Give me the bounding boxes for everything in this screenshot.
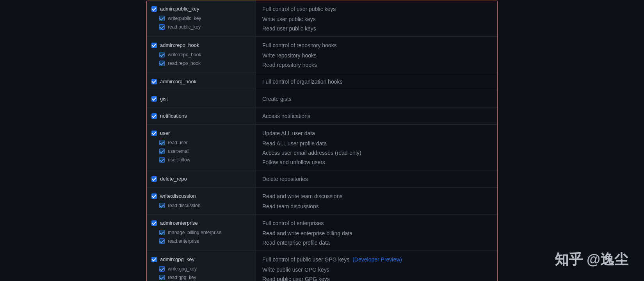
permission-left-col: userread:useruser:emailuser:follow (147, 125, 256, 170)
permission-right-col: Delete repositories (256, 170, 497, 187)
scope-main-item: admin:enterprise (151, 218, 251, 228)
scope-main-item: admin:gpg_key (151, 254, 251, 265)
scope-checkbox[interactable] (151, 220, 157, 226)
permission-sub-desc: Write user public keys (262, 14, 336, 24)
scope-sub-checkbox[interactable] (159, 157, 165, 163)
permission-right-col: Full control of enterprisesRead and writ… (256, 215, 497, 251)
permission-left-col: admin:public_keywrite:public_keyread:pub… (147, 0, 256, 36)
permission-sub-desc: Read repository hooks (262, 60, 337, 70)
scope-sub-item: read:user (151, 138, 251, 147)
permission-left-col: admin:org_hook (147, 73, 256, 90)
scope-sub-name-label: read:gpg_key (168, 275, 196, 280)
permission-sub-desc: Write public user GPG keys (262, 265, 402, 274)
permission-sub-desc: Read enterprise profile data (262, 238, 352, 247)
scope-name-label: admin:enterprise (160, 220, 198, 226)
permission-descriptions: Full control of public user GPG keys (De… (262, 254, 402, 281)
scope-checkbox[interactable] (151, 176, 157, 182)
permission-left-col: admin:repo_hookwrite:repo_hookread:repo_… (147, 37, 256, 73)
permission-row: admin:enterprisemanage_billing:enterpris… (147, 215, 497, 251)
scope-sub-name-label: write:gpg_key (168, 266, 197, 272)
permission-sub-desc: Follow and unfollow users (262, 158, 361, 167)
permission-main-desc: Full control of public user GPG keys (De… (262, 254, 402, 265)
scope-checkbox[interactable] (151, 113, 157, 119)
scope-name-label: write:discussion (160, 193, 196, 199)
scope-main-item: admin:org_hook (151, 76, 251, 87)
permission-descriptions: Full control of enterprisesRead and writ… (262, 218, 352, 247)
scope-sub-name-label: user:follow (168, 157, 190, 163)
scope-sub-item: manage_billing:enterprise (151, 228, 251, 237)
permission-sub-desc: Read team discussions (262, 202, 342, 211)
scope-main-item: notifications (151, 111, 251, 121)
permissions-table: admin:public_keywrite:public_keyread:pub… (146, 0, 498, 281)
scope-name-label: delete_repo (160, 176, 187, 182)
scope-sub-checkbox[interactable] (159, 140, 165, 145)
permission-descriptions: Read and write team discussionsRead team… (262, 191, 342, 211)
scope-sub-name-label: write:public_key (168, 16, 201, 21)
permission-row: admin:repo_hookwrite:repo_hookread:repo_… (147, 37, 497, 73)
permission-row: gistCreate gists (147, 90, 497, 107)
scope-sub-item: write:gpg_key (151, 265, 251, 273)
scope-sub-checkbox[interactable] (159, 266, 165, 272)
scope-sub-checkbox[interactable] (159, 16, 165, 21)
permission-main-desc: Update ALL user data (262, 128, 361, 139)
scope-name-label: admin:org_hook (160, 79, 196, 84)
scope-checkbox[interactable] (151, 79, 157, 84)
developer-preview-badge: (Developer Preview) (352, 256, 402, 263)
permission-row: userread:useruser:emailuser:followUpdate… (147, 125, 497, 170)
permission-left-col: admin:enterprisemanage_billing:enterpris… (147, 215, 256, 251)
scope-sub-checkbox[interactable] (159, 275, 165, 280)
permission-row: notificationsAccess notifications (147, 107, 497, 125)
permission-main-desc: Read and write team discussions (262, 191, 342, 202)
scope-checkbox[interactable] (151, 43, 157, 48)
permission-main-desc: Full control of user public keys (262, 4, 336, 14)
scope-name-label: admin:public_key (160, 6, 199, 12)
watermark: 知乎 @逸尘 (555, 250, 628, 269)
scope-checkbox[interactable] (151, 131, 157, 136)
permission-row: admin:public_keywrite:public_keyread:pub… (147, 0, 497, 37)
permission-sub-desc: Access user email addresses (read-only) (262, 148, 361, 158)
permission-right-col: Full control of repository hooksWrite re… (256, 37, 497, 73)
scope-sub-item: read:public_key (151, 23, 251, 31)
scope-sub-checkbox[interactable] (159, 149, 165, 154)
scope-sub-checkbox[interactable] (159, 203, 165, 208)
scope-name-label: admin:repo_hook (160, 42, 199, 48)
scope-sub-name-label: read:user (168, 140, 188, 145)
permission-right-col: Read and write team discussionsRead team… (256, 188, 497, 214)
scope-sub-checkbox[interactable] (159, 238, 165, 244)
scope-sub-checkbox[interactable] (159, 61, 165, 66)
scope-checkbox[interactable] (151, 257, 157, 262)
permission-right-col: Full control of public user GPG keys (De… (256, 251, 497, 281)
permission-row: delete_repoDelete repositories (147, 170, 497, 188)
permission-descriptions: Full control of repository hooksWrite re… (262, 40, 337, 70)
permission-right-col: Update ALL user dataRead ALL user profil… (256, 125, 497, 170)
permission-row: write:discussionread:discussionRead and … (147, 188, 497, 215)
scope-main-item: user (151, 128, 251, 138)
scope-name-label: user (160, 130, 170, 136)
scope-sub-name-label: write:repo_hook (168, 52, 201, 57)
permission-row: admin:gpg_keywrite:gpg_keyread:gpg_keyFu… (147, 251, 497, 281)
scope-checkbox[interactable] (151, 96, 157, 102)
permission-sub-desc: Read public user GPG keys (262, 274, 402, 281)
permission-left-col: notifications (147, 107, 256, 124)
permission-sub-desc: Read user public keys (262, 24, 336, 33)
permission-left-col: write:discussionread:discussion (147, 188, 256, 214)
scope-sub-name-label: read:discussion (168, 203, 200, 208)
scope-sub-checkbox[interactable] (159, 52, 165, 57)
scope-sub-item: write:repo_hook (151, 50, 251, 59)
scope-sub-name-label: read:repo_hook (168, 61, 201, 66)
scope-sub-item: read:discussion (151, 201, 251, 210)
scope-main-item: write:discussion (151, 191, 251, 201)
permission-descriptions: Full control of user public keysWrite us… (262, 4, 336, 33)
scope-checkbox[interactable] (151, 193, 157, 199)
scope-name-label: admin:gpg_key (160, 256, 194, 262)
permission-desc-text: Delete repositories (262, 176, 308, 182)
scope-sub-name-label: user:email (168, 149, 189, 154)
scope-sub-checkbox[interactable] (159, 24, 165, 30)
scope-main-item: admin:repo_hook (151, 40, 251, 50)
permission-sub-desc: Read ALL user profile data (262, 139, 361, 148)
permission-right-col: Access notifications (256, 107, 497, 124)
scope-sub-checkbox[interactable] (159, 230, 165, 235)
scope-sub-name-label: manage_billing:enterprise (168, 230, 221, 235)
scope-sub-item: user:follow (151, 156, 251, 164)
scope-checkbox[interactable] (151, 6, 157, 12)
